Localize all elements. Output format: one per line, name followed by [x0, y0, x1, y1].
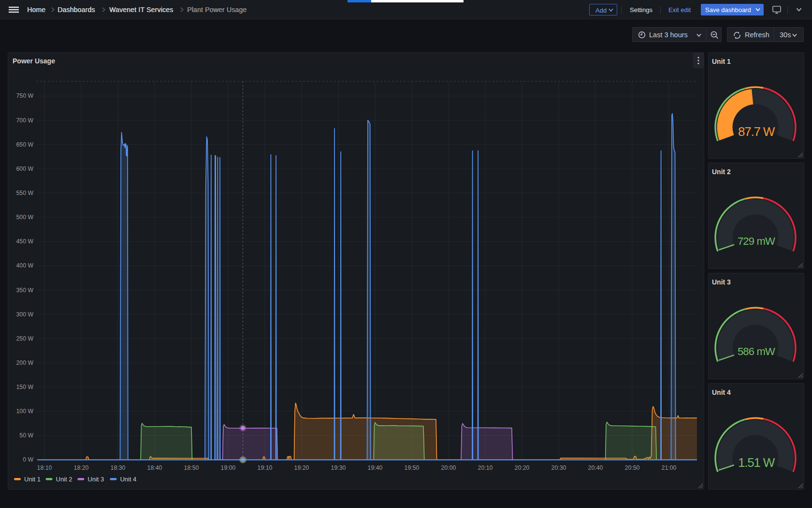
svg-text:20:30: 20:30 — [551, 464, 566, 471]
svg-text:20:00: 20:00 — [441, 464, 456, 471]
svg-text:19:30: 19:30 — [331, 464, 346, 471]
svg-text:20:40: 20:40 — [588, 464, 603, 471]
svg-text:700 W: 700 W — [16, 117, 33, 124]
svg-text:19:20: 19:20 — [294, 464, 309, 471]
svg-text:18:40: 18:40 — [147, 464, 162, 471]
svg-text:19:10: 19:10 — [258, 464, 273, 471]
svg-text:150 W: 150 W — [16, 384, 33, 390]
svg-text:20:20: 20:20 — [515, 464, 530, 471]
svg-text:18:20: 18:20 — [74, 464, 89, 471]
svg-text:350 W: 350 W — [16, 287, 33, 294]
svg-text:450 W: 450 W — [16, 238, 33, 245]
svg-text:100 W: 100 W — [16, 408, 33, 415]
svg-text:19:40: 19:40 — [368, 464, 383, 471]
svg-text:586 mW: 586 mW — [738, 345, 775, 358]
svg-text:1.51 W: 1.51 W — [738, 455, 775, 470]
svg-text:18:10: 18:10 — [37, 464, 52, 471]
svg-text:21:00: 21:00 — [662, 464, 677, 471]
svg-text:Unit 2: Unit 2 — [56, 476, 72, 483]
svg-text:20:50: 20:50 — [625, 464, 640, 471]
svg-text:18:50: 18:50 — [184, 464, 199, 471]
svg-text:500 W: 500 W — [16, 214, 33, 221]
svg-text:600 W: 600 W — [16, 165, 33, 172]
svg-text:550 W: 550 W — [16, 190, 33, 196]
svg-text:250 W: 250 W — [16, 335, 33, 342]
svg-text:87.7 W: 87.7 W — [738, 124, 775, 139]
svg-text:729 mW: 729 mW — [738, 235, 775, 247]
svg-text:400 W: 400 W — [16, 262, 33, 269]
svg-text:0 W: 0 W — [23, 456, 33, 463]
svg-text:Unit 4: Unit 4 — [120, 476, 136, 483]
svg-text:200 W: 200 W — [16, 359, 33, 366]
svg-text:19:50: 19:50 — [405, 464, 420, 471]
svg-text:20:10: 20:10 — [478, 464, 493, 471]
svg-text:300 W: 300 W — [16, 311, 33, 318]
svg-text:18:30: 18:30 — [111, 464, 126, 471]
svg-text:50 W: 50 W — [19, 432, 33, 439]
svg-text:650 W: 650 W — [16, 141, 33, 148]
svg-text:Unit 3: Unit 3 — [87, 476, 104, 483]
svg-text:750 W: 750 W — [16, 92, 33, 99]
svg-text:19:00: 19:00 — [221, 464, 236, 471]
svg-text:Unit 1: Unit 1 — [24, 476, 41, 483]
